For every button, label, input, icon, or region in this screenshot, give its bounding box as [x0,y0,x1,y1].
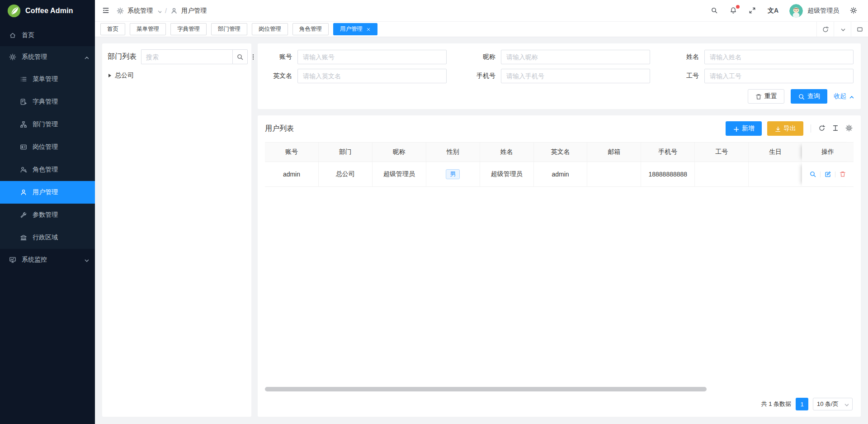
leaf-logo-icon [7,4,21,18]
table-header-row: 账号 部门 昵称 性别 姓名 英文名 邮箱 手机号 工号 生日 操作 [265,142,854,162]
phone-input[interactable] [501,69,650,83]
sidebar-item-dept-mgmt[interactable]: 部门管理 [0,113,95,136]
english-name-input[interactable] [297,69,447,83]
chevron-up-icon [848,94,854,99]
column-header-birthday: 生日 [749,143,802,162]
department-tree: 总公司 [108,71,246,80]
user-icon [170,7,178,14]
tab-user-mgmt[interactable]: 用户管理 [333,23,377,35]
sidebar-item-label: 字典管理 [33,98,58,106]
field-label: 姓名 [672,53,704,61]
tab-dict-mgmt[interactable]: 字典管理 [170,23,207,35]
tab-close-icon[interactable] [366,27,371,32]
account-input[interactable] [297,50,447,64]
work-no-input[interactable] [704,69,854,83]
sidebar-item-post-mgmt[interactable]: 岗位管理 [0,136,95,158]
export-button[interactable]: 导出 [767,121,803,136]
sidebar-item-label: 岗位管理 [33,143,58,151]
column-header-phone: 手机号 [641,143,695,162]
sidebar-item-param-mgmt[interactable]: 参数管理 [0,204,95,226]
column-header-work-no: 工号 [695,143,749,162]
sidebar-item-dict-mgmt[interactable]: 字典管理 [0,91,95,113]
breadcrumb: 系统管理 / 用户管理 [117,7,207,15]
field-name: 姓名 [672,50,854,64]
sidebar-item-label: 用户管理 [33,188,58,196]
view-row-button[interactable] [809,171,816,178]
collapse-filter-link[interactable]: 收起 [834,92,854,100]
header-search-button[interactable] [711,7,719,15]
breadcrumb-level1[interactable]: 系统管理 [127,7,153,15]
fullscreen-button[interactable] [749,7,757,15]
tab-post-mgmt[interactable]: 岗位管理 [252,23,288,35]
tree-expand-caret-icon[interactable] [108,74,111,77]
sidebar-group-system[interactable]: 系统管理 [0,46,95,68]
column-settings-button[interactable] [845,124,854,133]
sidebar-item-menu-mgmt[interactable]: 菜单管理 [0,68,95,91]
menu-fold-icon[interactable] [102,7,110,15]
edit-icon [824,171,831,178]
org-tree-icon [20,121,27,128]
tree-node-head-office[interactable]: 总公司 [108,71,246,80]
field-account: 账号 [265,50,447,64]
department-more-button[interactable] [250,53,257,61]
user-icon [20,189,27,196]
page-button-1[interactable]: 1 [796,398,808,410]
table-refresh-button[interactable] [818,124,826,133]
brand-logo[interactable]: Coffee Admin [0,0,95,22]
language-switch-button[interactable]: 文A [768,7,778,15]
dictionary-icon [20,98,27,105]
bank-icon [20,234,27,241]
sidebar-item-home[interactable]: 首页 [0,24,95,46]
search-icon [236,53,244,61]
tab-role-mgmt[interactable]: 角色管理 [292,23,329,35]
tab-dept-mgmt[interactable]: 部门管理 [211,23,247,35]
tab-menu-mgmt[interactable]: 菜单管理 [130,23,166,35]
department-search-button[interactable] [232,49,248,64]
breadcrumb-level2[interactable]: 用户管理 [181,7,207,15]
department-search-input[interactable] [141,49,232,64]
field-phone: 手机号 [468,69,650,83]
name-input[interactable] [704,50,854,64]
user-menu[interactable]: 超级管理员 [789,4,839,18]
notification-button[interactable] [730,7,738,15]
sidebar-item-user-mgmt[interactable]: 用户管理 [0,181,95,204]
delete-row-button[interactable] [839,171,846,178]
sidebar-item-label: 首页 [22,31,34,39]
field-label: 工号 [672,72,704,80]
notification-badge [736,5,740,9]
content-fullscreen-button[interactable] [851,22,868,37]
gender-tag: 男 [446,169,460,180]
tab-bar: 首页 菜单管理 字典管理 部门管理 岗位管理 角色管理 用户管理 [95,22,868,37]
user-table-card: 用户列表 新增 导出 [258,115,861,417]
edit-row-button[interactable] [824,171,831,178]
sidebar-item-role-mgmt[interactable]: 角色管理 [0,158,95,181]
sidebar-item-label: 角色管理 [33,166,58,174]
scrollbar-thumb[interactable] [265,387,707,391]
cell-department: 总公司 [319,162,373,186]
table-row: admin 总公司 超级管理员 男 超级管理员 admin 1888888888… [265,162,854,187]
settings-button[interactable] [850,7,858,15]
tab-refresh-button[interactable] [816,22,834,37]
user-key-icon [20,166,27,173]
translate-icon: 文A [768,7,778,15]
nickname-input[interactable] [501,50,650,64]
add-user-button[interactable]: 新增 [726,121,762,136]
tab-more-button[interactable] [834,22,851,37]
sidebar-group-label: 系统监控 [22,256,47,264]
toolbar-divider [811,124,811,133]
chevron-down-icon [840,26,845,32]
column-header-department: 部门 [319,143,373,162]
chevron-down-icon [156,8,161,13]
tab-home[interactable]: 首页 [100,23,125,35]
sidebar-item-label: 参数管理 [33,211,58,219]
reset-button[interactable]: 重置 [748,89,784,104]
cell-birthday [749,162,802,186]
row-height-button[interactable] [832,124,840,133]
sidebar-item-region[interactable]: 行政区域 [0,226,95,249]
cell-account: admin [265,162,319,186]
page-size-select[interactable]: 10 条/页 [813,398,853,410]
search-button[interactable]: 查询 [791,89,827,104]
sidebar-group-monitor[interactable]: 系统监控 [0,249,95,271]
trash-icon [755,93,761,100]
field-label: 手机号 [468,72,501,80]
